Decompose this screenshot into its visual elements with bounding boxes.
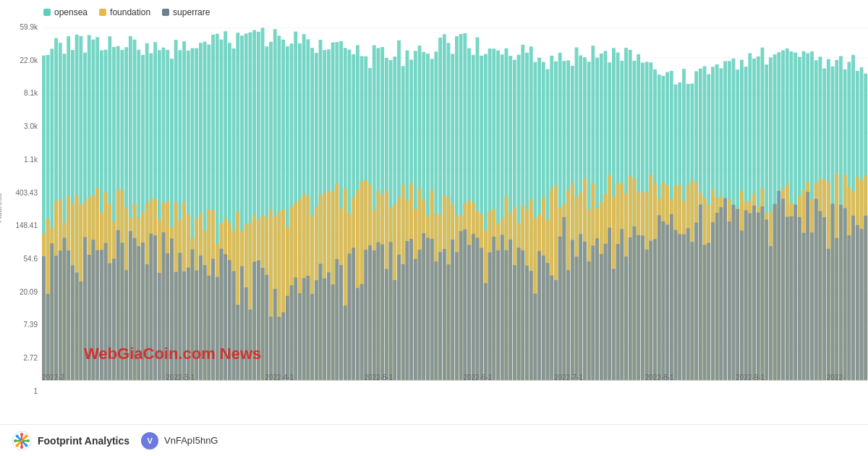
- svg-point-624: [16, 444, 19, 447]
- svg-rect-173: [261, 268, 265, 380]
- svg-rect-413: [591, 245, 595, 380]
- svg-rect-476: [678, 234, 681, 380]
- svg-rect-533: [757, 213, 760, 381]
- svg-rect-272: [397, 255, 401, 381]
- svg-rect-209: [310, 294, 314, 380]
- svg-rect-200: [298, 293, 302, 380]
- svg-rect-449: [641, 235, 644, 380]
- svg-rect-566: [802, 233, 806, 381]
- svg-rect-500: [711, 222, 715, 380]
- svg-point-620: [27, 439, 30, 442]
- svg-rect-512: [728, 221, 731, 380]
- legend-superrare: superrare: [162, 7, 210, 17]
- legend: opensea foundation superrare: [0, 0, 868, 20]
- svg-point-622: [25, 444, 27, 447]
- x-tick-7: 2022-8-1: [645, 373, 674, 381]
- x-tick-8: 2022-9-1: [736, 373, 765, 381]
- svg-rect-581: [822, 217, 826, 380]
- svg-rect-311: [451, 240, 454, 380]
- svg-rect-377: [542, 256, 545, 380]
- svg-rect-509: [723, 198, 727, 381]
- svg-rect-326: [472, 234, 475, 380]
- svg-rect-293: [426, 238, 430, 381]
- svg-rect-206: [306, 276, 310, 380]
- svg-rect-305: [443, 249, 446, 380]
- svg-rect-140: [216, 277, 219, 381]
- svg-rect-545: [773, 204, 777, 381]
- legend-opensea-label: opensea: [54, 7, 88, 17]
- svg-rect-434: [620, 229, 624, 381]
- svg-rect-404: [579, 234, 582, 380]
- svg-rect-344: [496, 250, 500, 381]
- svg-rect-347: [501, 235, 504, 380]
- chart-container: opensea foundation superrare Address 59.…: [0, 0, 868, 456]
- svg-rect-542: [769, 246, 773, 380]
- x-tick-6: 2022-7-1: [554, 373, 583, 381]
- svg-rect-197: [294, 277, 297, 380]
- svg-rect-578: [818, 211, 822, 381]
- x-tick-2: 2022-3-1: [166, 373, 195, 381]
- svg-rect-458: [653, 239, 657, 380]
- svg-rect-470: [670, 214, 673, 380]
- svg-rect-290: [422, 233, 425, 380]
- svg-rect-338: [488, 253, 492, 381]
- svg-rect-236: [348, 253, 352, 380]
- svg-rect-275: [401, 264, 405, 380]
- svg-rect-32: [67, 250, 70, 380]
- svg-rect-155: [236, 305, 239, 380]
- svg-rect-605: [856, 225, 859, 380]
- superrare-color-dot: [162, 9, 169, 16]
- svg-rect-440: [629, 237, 632, 380]
- svg-rect-596: [843, 208, 847, 381]
- brand-name: Footprint Analytics: [38, 435, 129, 447]
- svg-rect-431: [616, 244, 620, 380]
- svg-rect-572: [810, 232, 814, 380]
- svg-rect-230: [339, 265, 343, 380]
- svg-rect-398: [571, 240, 574, 380]
- svg-rect-254: [373, 250, 376, 380]
- svg-rect-368: [529, 271, 533, 380]
- svg-rect-179: [269, 316, 273, 380]
- svg-rect-23: [54, 256, 58, 380]
- y-axis: Address 59.9k 22.0k 8.1k 3.0k 1.1k 403.4…: [0, 20, 42, 395]
- y-tick-3: 8.1k: [24, 89, 38, 97]
- svg-rect-215: [319, 263, 323, 380]
- svg-rect-383: [550, 276, 553, 381]
- svg-rect-515: [732, 205, 736, 381]
- svg-rect-473: [674, 230, 678, 381]
- svg-rect-17: [46, 294, 50, 380]
- svg-rect-419: [600, 254, 603, 380]
- y-tick-8: 54.6: [24, 255, 38, 263]
- svg-point-618: [20, 446, 23, 449]
- svg-rect-29: [63, 237, 67, 380]
- svg-rect-563: [798, 217, 801, 380]
- svg-rect-494: [703, 245, 707, 380]
- svg-rect-317: [459, 231, 463, 380]
- svg-rect-548: [777, 191, 780, 381]
- user-avatar: V: [141, 432, 158, 449]
- svg-rect-263: [385, 269, 388, 381]
- svg-rect-284: [414, 259, 417, 381]
- svg-point-623: [25, 434, 27, 437]
- x-tick-5: 2022-6-1: [463, 373, 492, 381]
- svg-rect-479: [682, 235, 686, 381]
- user-name: VnFApI5hnG: [164, 435, 218, 446]
- svg-rect-371: [533, 294, 537, 381]
- svg-rect-203: [302, 278, 306, 380]
- legend-opensea: opensea: [43, 7, 88, 17]
- svg-rect-422: [604, 244, 608, 380]
- svg-rect-590: [835, 238, 838, 380]
- svg-rect-26: [59, 250, 62, 380]
- svg-rect-245: [360, 284, 364, 380]
- footer-logo: Footprint Analytics: [12, 431, 129, 451]
- svg-rect-482: [686, 228, 690, 380]
- news-watermark: WebGiaCoin.com News: [84, 345, 261, 363]
- footer-user: V VnFApI5hnG: [141, 432, 218, 449]
- svg-rect-14: [42, 256, 46, 380]
- svg-rect-584: [827, 249, 830, 381]
- svg-rect-530: [752, 206, 756, 380]
- svg-rect-302: [438, 252, 442, 380]
- svg-rect-569: [806, 192, 809, 380]
- svg-rect-134: [207, 276, 210, 380]
- svg-rect-359: [517, 248, 521, 380]
